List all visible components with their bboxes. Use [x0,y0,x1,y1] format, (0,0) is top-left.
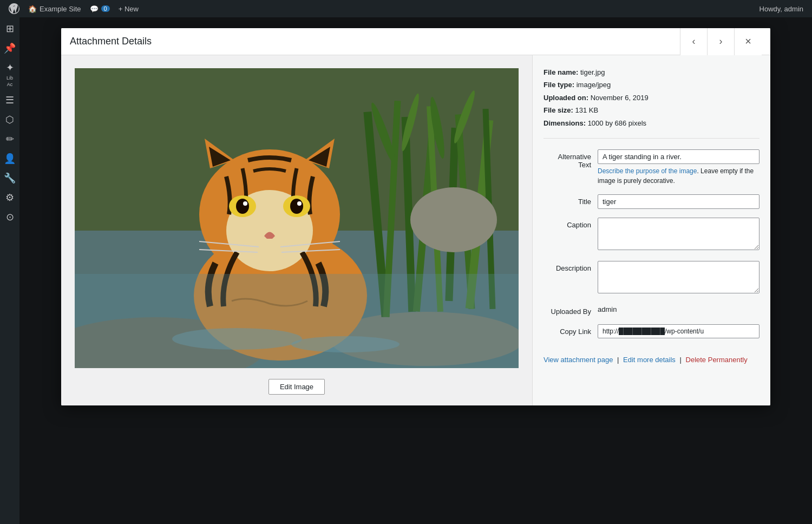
sidebar-icon-edit[interactable]: ✏ [0,130,19,148]
sidebar-label-library: Lib [6,76,13,81]
file-name-value: tiger.jpg [580,68,605,76]
comment-icon: 💬 [90,5,99,13]
sidebar-icon-pages[interactable]: ☰ [0,91,19,109]
svg-rect-34 [75,274,519,368]
caption-label: Caption [543,218,598,229]
modal-header: Attachment Details ‹ › × [61,28,770,55]
dimensions-label: Dimensions: [543,119,586,127]
sidebar: ⊞ 📌 ✦ Lib Ac ☰ ⬡ ✏ 👤 🔧 ⚙ ⊙ [0,17,19,524]
copy-link-row: Copy Link [543,324,759,338]
modal-title: Attachment Details [70,36,680,47]
admin-bar: 🏠 Example Site 💬 0 + New Howdy, admin [0,0,812,17]
alt-text-help-link[interactable]: Describe the purpose of the image [598,167,697,175]
sidebar-icon-tools[interactable]: 🔧 [0,169,19,187]
sidebar-icon-tags[interactable]: ⬡ [0,110,19,129]
copy-link-label: Copy Link [543,324,598,336]
close-modal-button[interactable]: × [735,28,762,55]
alt-text-label: Alternative Text [543,149,598,169]
attachment-image-container [75,68,519,368]
sidebar-icon-circle[interactable]: ⊙ [0,208,19,226]
dimensions-row: Dimensions: 1000 by 686 pixels [543,117,759,129]
next-attachment-button[interactable]: › [708,28,735,55]
separator-2: | [680,356,682,364]
svg-point-24 [243,201,247,206]
sidebar-icon-admin[interactable]: ⚙ [0,188,19,207]
file-type-label: File type: [543,81,574,89]
alt-text-help: Describe the purpose of the image. Leave… [598,166,759,186]
description-textarea[interactable] [598,261,759,293]
uploaded-on-label: Uploaded on: [543,94,588,102]
file-metadata: File name: tiger.jpg File type: image/jp… [543,66,759,139]
alt-text-input[interactable] [598,149,759,164]
caption-textarea[interactable] [598,218,759,250]
sidebar-icon-users[interactable]: 👤 [0,149,19,168]
file-name-label: File name: [543,68,578,76]
svg-point-33 [410,187,497,252]
view-attachment-link[interactable]: View attachment page [543,356,613,364]
svg-point-23 [290,199,303,214]
sidebar-icon-customize[interactable]: ✦ [0,58,19,77]
uploaded-by-value: admin [598,302,617,313]
uploaded-by-label: Uploaded By [543,304,598,316]
sidebar-label-add: Ac [7,82,13,88]
modal-overlay: Attachment Details ‹ › × [19,17,812,524]
file-size-value: 131 KB [575,106,599,114]
dimensions-value: 1000 by 686 pixels [588,119,646,127]
admin-bar-site[interactable]: 🏠 Example Site [24,0,86,17]
caption-row: Caption [543,218,759,252]
title-row: Title [543,194,759,209]
modal-navigation: ‹ › × [680,28,762,55]
prev-attachment-button[interactable]: ‹ [680,28,708,55]
uploaded-on-row: Uploaded on: November 6, 2019 [543,91,759,104]
file-type-value: image/jpeg [577,81,611,89]
caption-wrap [598,218,759,252]
svg-point-22 [236,199,249,214]
attachment-actions: View attachment page | Edit more details… [543,349,759,364]
delete-permanently-link[interactable]: Delete Permanently [686,356,748,364]
admin-bar-new[interactable]: + New [114,0,143,17]
edit-more-details-link[interactable]: Edit more details [623,356,676,364]
separator-1: | [617,356,619,364]
copy-link-input[interactable] [598,324,759,338]
edit-image-button[interactable]: Edit Image [269,379,325,395]
file-name-row: File name: tiger.jpg [543,66,759,78]
admin-bar-howdy: Howdy, admin [755,5,808,13]
comment-count: 0 [101,5,110,12]
file-type-row: File type: image/jpeg [543,78,759,91]
alt-text-wrap: Describe the purpose of the image. Leave… [598,149,759,186]
image-area: Edit Image [61,55,532,405]
title-input[interactable] [598,194,759,209]
sidebar-icon-pin[interactable]: 📌 [0,39,19,57]
uploaded-on-value: November 6, 2019 [591,94,649,102]
svg-rect-26 [253,239,286,258]
description-row: Description [543,261,759,296]
admin-bar-comments[interactable]: 💬 0 [86,0,114,17]
uploaded-by-wrap: admin [598,304,759,314]
alt-text-row: Alternative Text Describe the purpose of… [543,149,759,186]
howdy-text: Howdy, admin [759,5,803,13]
sidebar-icon-wp[interactable]: ⊞ [0,19,19,38]
file-size-row: File size: 131 KB [543,104,759,116]
site-icon: 🏠 [28,5,37,13]
title-label: Title [543,194,598,206]
new-label: + New [119,5,139,13]
attachment-image [75,68,519,368]
admin-bar-wp-logo[interactable] [4,0,24,17]
site-name: Example Site [40,5,81,13]
modal-body: Edit Image File name: tiger.jpg File typ… [61,55,770,405]
copy-link-wrap [598,324,759,338]
details-panel: File name: tiger.jpg File type: image/jp… [532,55,770,405]
file-size-label: File size: [543,106,573,114]
svg-point-25 [297,201,302,206]
title-wrap [598,194,759,209]
description-wrap [598,261,759,296]
uploaded-by-row: Uploaded By admin [543,304,759,316]
attachment-details-modal: Attachment Details ‹ › × [61,28,770,405]
description-label: Description [543,261,598,272]
